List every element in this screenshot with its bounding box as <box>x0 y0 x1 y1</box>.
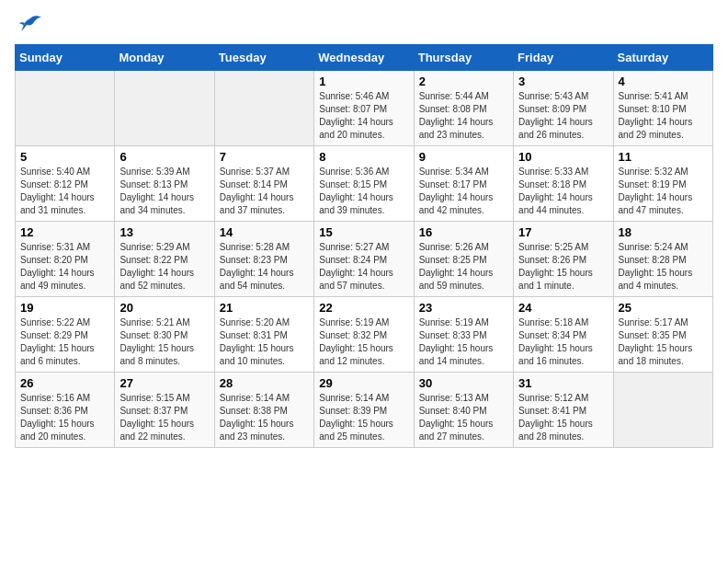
day-number: 30 <box>419 376 508 390</box>
day-info: Sunrise: 5:13 AM Sunset: 8:40 PM Dayligh… <box>419 392 508 443</box>
calendar-header-row: SundayMondayTuesdayWednesdayThursdayFrid… <box>16 45 713 71</box>
week-row-1: 1Sunrise: 5:46 AM Sunset: 8:07 PM Daylig… <box>16 71 713 146</box>
day-number: 14 <box>220 225 309 239</box>
calendar-cell: 7Sunrise: 5:37 AM Sunset: 8:14 PM Daylig… <box>214 146 313 222</box>
day-number: 8 <box>319 150 408 164</box>
day-info: Sunrise: 5:44 AM Sunset: 8:08 PM Dayligh… <box>419 90 508 142</box>
day-number: 23 <box>419 301 508 315</box>
calendar-cell: 17Sunrise: 5:25 AM Sunset: 8:26 PM Dayli… <box>514 222 613 297</box>
day-info: Sunrise: 5:14 AM Sunset: 8:38 PM Dayligh… <box>220 392 309 443</box>
day-info: Sunrise: 5:28 AM Sunset: 8:23 PM Dayligh… <box>220 241 309 293</box>
day-number: 20 <box>119 301 209 315</box>
day-info: Sunrise: 5:20 AM Sunset: 8:31 PM Dayligh… <box>220 316 309 368</box>
calendar-cell: 19Sunrise: 5:22 AM Sunset: 8:29 PM Dayli… <box>16 297 115 373</box>
header-monday: Monday <box>115 45 214 71</box>
day-number: 16 <box>419 225 508 239</box>
day-info: Sunrise: 5:17 AM Sunset: 8:35 PM Dayligh… <box>619 316 708 368</box>
day-number: 22 <box>319 301 408 315</box>
day-info: Sunrise: 5:27 AM Sunset: 8:24 PM Dayligh… <box>319 241 408 293</box>
calendar-cell: 30Sunrise: 5:13 AM Sunset: 8:40 PM Dayli… <box>414 373 513 448</box>
calendar-cell: 20Sunrise: 5:21 AM Sunset: 8:30 PM Dayli… <box>115 297 214 373</box>
header-friday: Friday <box>514 45 613 71</box>
day-info: Sunrise: 5:19 AM Sunset: 8:32 PM Dayligh… <box>319 316 408 368</box>
day-info: Sunrise: 5:19 AM Sunset: 8:33 PM Dayligh… <box>419 316 508 368</box>
day-number: 3 <box>518 75 608 88</box>
header-wednesday: Wednesday <box>314 45 414 71</box>
day-number: 29 <box>319 376 408 390</box>
day-number: 26 <box>20 376 109 390</box>
day-number: 28 <box>220 376 309 390</box>
day-info: Sunrise: 5:14 AM Sunset: 8:39 PM Dayligh… <box>319 392 408 443</box>
calendar-cell: 15Sunrise: 5:27 AM Sunset: 8:24 PM Dayli… <box>314 222 414 297</box>
day-info: Sunrise: 5:24 AM Sunset: 8:28 PM Dayligh… <box>619 241 708 293</box>
day-info: Sunrise: 5:26 AM Sunset: 8:25 PM Dayligh… <box>419 241 508 293</box>
week-row-4: 19Sunrise: 5:22 AM Sunset: 8:29 PM Dayli… <box>16 297 713 373</box>
day-number: 19 <box>20 301 109 315</box>
day-info: Sunrise: 5:34 AM Sunset: 8:17 PM Dayligh… <box>419 166 508 217</box>
day-number: 13 <box>119 225 209 239</box>
calendar-cell: 8Sunrise: 5:36 AM Sunset: 8:15 PM Daylig… <box>314 146 414 222</box>
week-row-5: 26Sunrise: 5:16 AM Sunset: 8:36 PM Dayli… <box>16 373 713 448</box>
day-number: 11 <box>619 150 708 164</box>
day-number: 24 <box>518 301 608 315</box>
day-number: 6 <box>119 150 209 164</box>
calendar-cell: 16Sunrise: 5:26 AM Sunset: 8:25 PM Dayli… <box>414 222 513 297</box>
calendar-cell <box>214 71 313 146</box>
calendar-cell: 28Sunrise: 5:14 AM Sunset: 8:38 PM Dayli… <box>214 373 313 448</box>
week-row-2: 5Sunrise: 5:40 AM Sunset: 8:12 PM Daylig… <box>16 146 713 222</box>
calendar-cell: 25Sunrise: 5:17 AM Sunset: 8:35 PM Dayli… <box>613 297 712 373</box>
calendar-cell: 10Sunrise: 5:33 AM Sunset: 8:18 PM Dayli… <box>514 146 613 222</box>
day-info: Sunrise: 5:18 AM Sunset: 8:34 PM Dayligh… <box>518 316 608 368</box>
calendar-cell: 2Sunrise: 5:44 AM Sunset: 8:08 PM Daylig… <box>414 71 513 146</box>
calendar-cell: 13Sunrise: 5:29 AM Sunset: 8:22 PM Dayli… <box>115 222 214 297</box>
day-info: Sunrise: 5:40 AM Sunset: 8:12 PM Dayligh… <box>20 166 109 217</box>
day-info: Sunrise: 5:41 AM Sunset: 8:10 PM Dayligh… <box>619 90 708 142</box>
page-header <box>15 15 713 35</box>
day-info: Sunrise: 5:15 AM Sunset: 8:37 PM Dayligh… <box>119 392 209 443</box>
day-number: 9 <box>419 150 508 164</box>
day-info: Sunrise: 5:33 AM Sunset: 8:18 PM Dayligh… <box>518 166 608 217</box>
day-number: 7 <box>220 150 309 164</box>
header-sunday: Sunday <box>16 45 115 71</box>
calendar-cell: 14Sunrise: 5:28 AM Sunset: 8:23 PM Dayli… <box>214 222 313 297</box>
calendar-cell: 18Sunrise: 5:24 AM Sunset: 8:28 PM Dayli… <box>613 222 712 297</box>
header-saturday: Saturday <box>613 45 712 71</box>
day-number: 1 <box>319 75 408 88</box>
day-number: 18 <box>619 225 708 239</box>
day-info: Sunrise: 5:29 AM Sunset: 8:22 PM Dayligh… <box>119 241 209 293</box>
calendar-cell: 1Sunrise: 5:46 AM Sunset: 8:07 PM Daylig… <box>314 71 414 146</box>
day-info: Sunrise: 5:37 AM Sunset: 8:14 PM Dayligh… <box>220 166 309 217</box>
calendar-cell: 31Sunrise: 5:12 AM Sunset: 8:41 PM Dayli… <box>514 373 613 448</box>
day-info: Sunrise: 5:22 AM Sunset: 8:29 PM Dayligh… <box>20 316 109 368</box>
calendar-cell: 12Sunrise: 5:31 AM Sunset: 8:20 PM Dayli… <box>16 222 115 297</box>
day-info: Sunrise: 5:36 AM Sunset: 8:15 PM Dayligh… <box>319 166 408 217</box>
day-number: 12 <box>20 225 109 239</box>
day-number: 4 <box>619 75 708 88</box>
day-number: 17 <box>518 225 608 239</box>
day-number: 15 <box>319 225 408 239</box>
day-info: Sunrise: 5:46 AM Sunset: 8:07 PM Dayligh… <box>319 90 408 142</box>
day-info: Sunrise: 5:31 AM Sunset: 8:20 PM Dayligh… <box>20 241 109 293</box>
calendar-cell: 23Sunrise: 5:19 AM Sunset: 8:33 PM Dayli… <box>414 297 513 373</box>
week-row-3: 12Sunrise: 5:31 AM Sunset: 8:20 PM Dayli… <box>16 222 713 297</box>
day-info: Sunrise: 5:16 AM Sunset: 8:36 PM Dayligh… <box>20 392 109 443</box>
calendar-cell: 24Sunrise: 5:18 AM Sunset: 8:34 PM Dayli… <box>514 297 613 373</box>
day-info: Sunrise: 5:21 AM Sunset: 8:30 PM Dayligh… <box>119 316 209 368</box>
day-info: Sunrise: 5:43 AM Sunset: 8:09 PM Dayligh… <box>518 90 608 142</box>
calendar-cell: 4Sunrise: 5:41 AM Sunset: 8:10 PM Daylig… <box>613 71 712 146</box>
day-number: 21 <box>220 301 309 315</box>
day-number: 27 <box>119 376 209 390</box>
calendar-cell: 26Sunrise: 5:16 AM Sunset: 8:36 PM Dayli… <box>16 373 115 448</box>
day-number: 5 <box>20 150 109 164</box>
calendar-cell: 3Sunrise: 5:43 AM Sunset: 8:09 PM Daylig… <box>514 71 613 146</box>
logo-bird-icon <box>17 15 43 35</box>
header-thursday: Thursday <box>414 45 513 71</box>
day-info: Sunrise: 5:39 AM Sunset: 8:13 PM Dayligh… <box>119 166 209 217</box>
day-info: Sunrise: 5:12 AM Sunset: 8:41 PM Dayligh… <box>518 392 608 443</box>
day-number: 2 <box>419 75 508 88</box>
header-tuesday: Tuesday <box>214 45 313 71</box>
calendar-cell: 5Sunrise: 5:40 AM Sunset: 8:12 PM Daylig… <box>16 146 115 222</box>
calendar-cell <box>16 71 115 146</box>
day-number: 10 <box>518 150 608 164</box>
calendar-cell <box>115 71 214 146</box>
